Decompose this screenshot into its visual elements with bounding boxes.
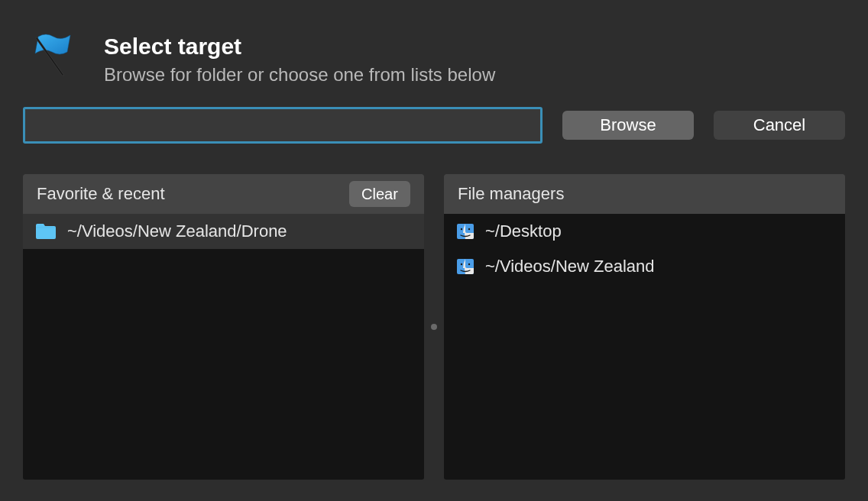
svg-point-7 [468,263,470,265]
list-item[interactable]: ~/Videos/New Zealand/Drone [23,214,424,249]
finder-icon [456,257,474,276]
path-input[interactable] [23,107,542,144]
svg-point-3 [461,228,462,230]
favorites-panel-header: Favorite & recent Clear [23,174,424,214]
favorites-panel-body: ~/Videos/New Zealand/Drone [23,214,424,480]
finder-icon [456,222,474,241]
file-managers-panel: File managers ~/Desktop [444,174,845,480]
list-item-label: ~/Videos/New Zealand/Drone [67,221,287,241]
cancel-button[interactable]: Cancel [714,111,845,140]
favorites-panel: Favorite & recent Clear ~/Videos/New Zea… [23,174,424,480]
folder-icon [35,223,57,240]
file-managers-panel-body: ~/Desktop ~/Videos/New Zealand [444,214,845,480]
list-item-label: ~/Desktop [485,221,562,241]
header-text: Select target Browse for folder or choos… [104,31,495,86]
svg-point-6 [461,263,462,265]
file-managers-panel-title: File managers [458,184,564,204]
panels-container: Favorite & recent Clear ~/Videos/New Zea… [23,174,845,480]
browse-button[interactable]: Browse [562,111,694,140]
list-item[interactable]: ~/Desktop [444,214,845,249]
file-managers-panel-header: File managers [444,174,845,214]
dialog-header: Select target Browse for folder or choos… [23,31,845,86]
dialog-subtitle: Browse for folder or choose one from lis… [104,64,495,86]
dialog-title: Select target [104,34,495,60]
svg-point-4 [468,228,470,230]
list-item[interactable]: ~/Videos/New Zealand [444,249,845,284]
list-item-label: ~/Videos/New Zealand [485,257,655,276]
favorites-panel-title: Favorite & recent [37,184,165,204]
splitter-handle[interactable] [431,324,437,330]
input-row: Browse Cancel [23,107,845,144]
flag-icon [29,31,83,84]
select-target-dialog: Select target Browse for folder or choos… [0,0,868,501]
clear-button[interactable]: Clear [349,181,410,207]
